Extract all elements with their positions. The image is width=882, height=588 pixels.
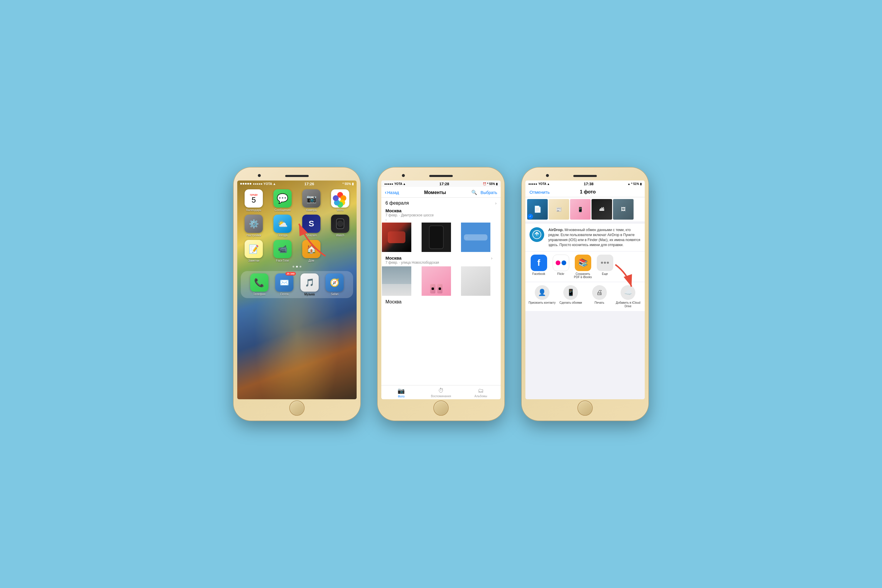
photo4-emoji: 🏙 xyxy=(600,207,604,212)
speaker-2 xyxy=(429,175,453,177)
tab-photos-icon: 📷 xyxy=(398,387,405,394)
wallpaper-label: Сделать обоями xyxy=(560,301,582,304)
time-1: 17:26 xyxy=(304,182,314,186)
tab-albums[interactable]: 🗂 Альбомы xyxy=(461,387,501,398)
flickr-label: Flickr xyxy=(557,272,564,276)
photo-snow-city[interactable] xyxy=(382,266,411,296)
photo-dark-phone[interactable] xyxy=(422,222,451,252)
tab-photos[interactable]: 📷 Фото xyxy=(381,387,421,398)
dock-music[interactable]: 🎵 Музыка xyxy=(300,273,319,296)
utility-icloud[interactable]: ☁️ Добавить в iCloud Drive xyxy=(614,285,643,308)
share-ibooks[interactable]: 📚 Сохранить PDF в iBooks xyxy=(572,255,594,279)
flickr-blue xyxy=(561,261,566,265)
mail-dock-label: Почта xyxy=(280,292,288,296)
app-messages[interactable]: 💬 Сообщения xyxy=(270,189,296,212)
msg-preview: ... xyxy=(464,234,488,240)
section-date-header: 6 февраля › xyxy=(381,198,501,207)
photo-3[interactable] xyxy=(461,266,490,296)
dock-safari[interactable]: 🧭 Safari xyxy=(326,273,344,296)
front-camera-3 xyxy=(546,174,549,177)
notes-emoji: 📝 xyxy=(249,244,259,254)
bt-2: * xyxy=(487,182,488,186)
wifi-icon-1: ▲ xyxy=(273,182,276,186)
tab-albums-icon: 🗂 xyxy=(478,387,484,394)
photo2-emoji: 📰 xyxy=(556,207,562,212)
facetime-emoji: 📹 xyxy=(278,244,287,254)
app-camera[interactable]: 📷 Камера xyxy=(298,189,324,212)
app-facetime[interactable]: 📹 FaceTime xyxy=(270,240,296,262)
photo2-inner: 📰 xyxy=(549,199,569,220)
select-button[interactable]: Выбрать xyxy=(481,190,497,195)
status-left-1: ●●●●● YOTA ▲ xyxy=(240,182,276,186)
tab-bar-photos: 📷 Фото ⏱ Воспоминания 🗂 Альбомы xyxy=(381,385,501,399)
search-icon-photos[interactable]: 🔍 xyxy=(471,190,477,195)
page-dot-2 xyxy=(296,266,298,267)
signal-dot xyxy=(240,183,242,184)
share-title: 1 фото xyxy=(580,189,596,195)
photo-blue-message[interactable]: ... xyxy=(461,222,490,252)
signal-dot xyxy=(245,183,247,184)
battery-2: 55% xyxy=(489,182,495,186)
dock-mail[interactable]: ✉️ 25 340 Почта xyxy=(275,273,293,296)
location-2-header: Москва › 7 февр. · улица Новослободская xyxy=(381,254,501,265)
home-button-1[interactable] xyxy=(289,400,304,416)
app-weather[interactable]: ⛅ Погода xyxy=(270,214,296,237)
music-dock-label: Музыка xyxy=(304,292,315,296)
selected-photo-2[interactable]: 📰 xyxy=(549,199,569,220)
app-shazam[interactable]: S Shazam xyxy=(298,214,324,237)
screen-2: ●●●●● YOTA ▲ 17:28 ⏰ * 55% ▮ ‹ Назад xyxy=(381,180,501,399)
share-more[interactable]: Еще xyxy=(594,255,616,279)
utility-contact[interactable]: 👤 Присвоить контакту xyxy=(528,285,556,308)
phone-dock-label: Телефон xyxy=(253,292,265,296)
more-label: Еще xyxy=(602,272,608,276)
share-facebook[interactable]: f Facebook xyxy=(528,255,550,279)
cancel-button[interactable]: Отменить xyxy=(530,190,550,195)
home-button-3[interactable] xyxy=(578,400,593,416)
photo4-inner: 🏙 xyxy=(591,199,612,220)
selected-photo-1[interactable]: 📄 ✓ xyxy=(527,199,548,220)
photo3-emoji: 📱 xyxy=(578,207,583,212)
battery-icon-1: ▮ xyxy=(352,182,354,186)
section-chevron: › xyxy=(495,201,496,206)
status-left-3: ●●●●● YOTA ▲ xyxy=(528,182,550,186)
signal-3: ●●●●● xyxy=(528,182,537,186)
phone-1: ●●●●● YOTA ▲ 17:26 * 55% ▮ среда xyxy=(234,168,360,420)
app-home[interactable]: 🏠 Дом xyxy=(298,240,324,262)
app-settings[interactable]: ⚙️ Настройки xyxy=(241,214,267,237)
dock-phone[interactable]: 📞 Телефон xyxy=(250,273,268,296)
home-button-2[interactable] xyxy=(434,400,448,416)
selected-photo-3[interactable]: 📱 xyxy=(570,199,591,220)
iphone-bottom-1 xyxy=(289,399,304,417)
app-photos[interactable]: Фото xyxy=(327,189,353,212)
time-2: 17:28 xyxy=(439,182,449,186)
photo1-content: 📄 xyxy=(534,206,542,213)
front-camera-2 xyxy=(402,174,405,177)
utility-wallpaper[interactable]: 📱 Сделать обоями xyxy=(556,285,585,308)
back-button[interactable]: ‹ Назад xyxy=(385,189,399,195)
photo-vr-headset[interactable] xyxy=(382,222,411,252)
app-calendar[interactable]: среда 5 Календарь xyxy=(241,189,267,212)
utility-print[interactable]: 🖨 Печать xyxy=(585,285,614,308)
loc1-chevron: › xyxy=(386,218,387,222)
flickr-icon xyxy=(553,255,569,271)
selected-photo-5[interactable]: 🖼 xyxy=(613,199,634,220)
location-1-header: Москва 7 февр. · Дмитровское шоссе xyxy=(381,207,501,218)
airdrop-svg xyxy=(532,230,542,239)
page-dots-1 xyxy=(237,265,357,269)
print-emoji: 🖨 xyxy=(596,289,603,296)
wifi-3: ▲ xyxy=(547,182,550,186)
tab-memories[interactable]: ⏱ Воспоминания xyxy=(421,387,461,398)
photo-grid-1: ... xyxy=(381,222,501,252)
airdrop-icon xyxy=(530,227,544,242)
status-bar-3: ●●●●● YOTA ▲ 17:38 ▲ * 51% ▮ xyxy=(525,180,645,187)
selected-photo-4[interactable]: 🏙 xyxy=(591,199,612,220)
home-emoji: 🏠 xyxy=(306,244,316,254)
app-notes[interactable]: 📝 Заметки xyxy=(241,240,267,262)
tab-photos-label: Фото xyxy=(398,395,405,398)
messages-label: Сообщения xyxy=(274,208,291,212)
icloud-label: Добавить в iCloud Drive xyxy=(614,301,643,308)
photo-pink-phones[interactable] xyxy=(422,266,451,296)
share-flickr[interactable]: Flickr xyxy=(550,255,572,279)
speaker-1 xyxy=(285,175,309,177)
app-watch[interactable]: Watch xyxy=(327,214,353,237)
